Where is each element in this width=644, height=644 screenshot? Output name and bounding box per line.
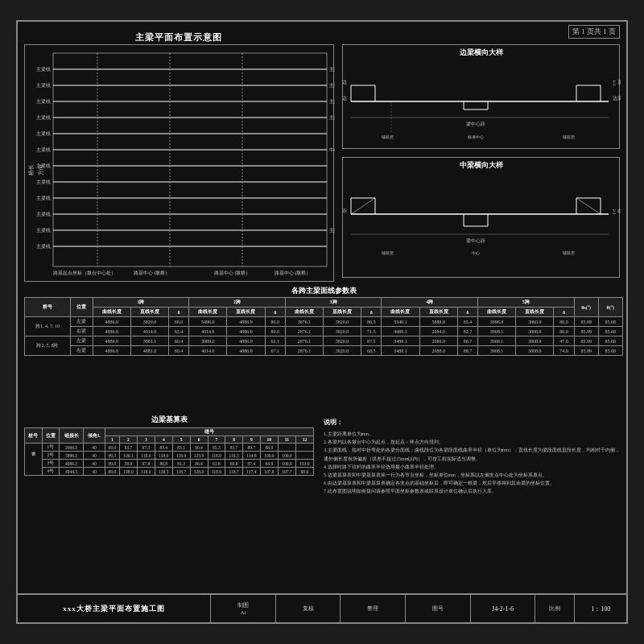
table-row: 跨1, 4, 7, 10 左梁 4886.93820.068.0 5496.04… — [25, 317, 623, 327]
th-bridge-no: 桥号 — [25, 298, 71, 317]
svg-text:主梁线: 主梁线 — [36, 179, 51, 184]
main-title: 主梁平面布置示意图 — [58, 31, 299, 43]
svg-text:主梁线: 主梁线 — [36, 130, 51, 136]
svg-text:路基起点坐标（墩台中心处）: 路基起点坐标（墩台中心处） — [53, 270, 116, 276]
edge-beam-title: 边梁横向大样 — [343, 45, 619, 58]
th-position: 位置 — [70, 298, 93, 317]
notes-title: 说明： — [324, 418, 620, 427]
bottom-drawing-no-value: J4-2-1-6 — [471, 595, 536, 622]
svg-text:主梁线: 主梁线 — [36, 147, 51, 152]
section-title-edge-table: 边梁基算表 — [24, 415, 314, 425]
svg-text:主梁线: 主梁线 — [36, 114, 51, 120]
svg-text:梁中心距: 梁中心距 — [466, 121, 485, 126]
bottom-scale-value: 1：100 — [575, 595, 626, 622]
th-span1: 1跨 — [93, 298, 189, 308]
svg-text:顶板边: 顶板边 — [343, 80, 347, 85]
svg-text:铺装层: 铺装层 — [381, 134, 394, 139]
svg-text:主梁线: 主梁线 — [36, 66, 51, 72]
table-row: 右梁 4886.94014.062.4 4014.04886.980.0 287… — [25, 327, 623, 336]
svg-text:∑ 右外边: ∑ 右外边 — [613, 208, 621, 214]
svg-line-56 — [351, 198, 375, 214]
svg-text:主梁线: 主梁线 — [36, 163, 51, 168]
edge-table: 桩号 位置 链接长 倾角L 缝号 123 456 789 101112 — [24, 427, 314, 476]
svg-text:路基中心 (墩桥): 路基中心 (墩桥) — [214, 270, 248, 276]
bottom-bar: xxx大桥主梁平面布置施工图 制图 Ai 复核 整理 图号 J4-2-1-6 比… — [18, 593, 626, 622]
svg-text:桥长: 桥长 — [28, 164, 35, 176]
edge-beam-svg: 梁中心距 边梁边 边梁边 顶板边 ∑ 顶板边 铺装层 标准中心 铺装层 — [343, 61, 621, 146]
th-span5: 5跨 — [477, 298, 574, 308]
svg-text:主梁线: 主梁线 — [36, 195, 51, 200]
table-row: 3号 4086.3 40 99.059.097.8 86.881.386.4 6… — [25, 460, 314, 468]
svg-text:标准中心: 标准中心 — [467, 134, 484, 139]
bottom-scale-label: 比例 — [535, 595, 575, 622]
svg-text:边距: 边距 — [343, 208, 347, 213]
svg-text:铺装层: 铺装层 — [381, 250, 394, 255]
svg-text:主梁线: 主梁线 — [329, 82, 335, 88]
notes-section: 说明： 1.主梁距离单位为mm。 2.各梁均以各墩台中心为起点，按起点→终点方向… — [320, 415, 623, 499]
th-span4: 4跨 — [382, 298, 478, 308]
table-row: 右梁 4886.94881.060.4 4014.04886.967.1 287… — [25, 346, 623, 356]
svg-text:梁中心距: 梁中心距 — [466, 237, 485, 243]
svg-text:主梁线: 主梁线 — [36, 243, 51, 249]
table-row: 纵梁 1号 2066.5 40 69.083.797.3 83.485.190.… — [25, 444, 314, 452]
drawn-by-value: Ai — [240, 609, 246, 616]
table-row: 2号 3996.3 40 99.3106.1118.6 118.6118.012… — [25, 452, 314, 460]
table-row: 4号 4944.3 40 89.0198.0118.6 138.5118.712… — [25, 468, 314, 476]
mid-beam-svg: 梁中心距 边距 ∑ 右外边 铺装层 中心 铺装层 — [343, 174, 621, 275]
th-angle1: θs(°) — [574, 298, 598, 317]
th-span2: 2跨 — [189, 298, 286, 308]
bottom-checked: 复核 — [276, 595, 341, 622]
mid-beam-title: 中梁横向大样 — [343, 158, 619, 171]
svg-text:主梁线: 主梁线 — [329, 227, 335, 233]
bottom-drawn: 制图 Ai — [211, 595, 276, 622]
page: 第 1 页共 1 页 主梁平面布置示意图 桥长 方向 主梁线 主梁线 主梁线 主… — [0, 0, 644, 644]
notes-content: 1.主梁距离单位为mm。 2.各梁均以各墩台中心为起点，按起点→终点方向排列。 … — [324, 430, 620, 496]
svg-text:铺装层: 铺装层 — [562, 134, 575, 139]
bottom-approved: 整理 — [341, 595, 406, 622]
svg-text:主梁线: 主梁线 — [36, 98, 51, 104]
svg-text:主梁线: 主梁线 — [36, 211, 51, 217]
th-span3: 3跨 — [285, 298, 382, 308]
svg-text:路基中心 (墩桥): 路基中心 (墩桥) — [275, 270, 308, 276]
page-number: 第 1 页共 1 页 — [568, 25, 620, 39]
drawing-area: 第 1 页共 1 页 主梁平面布置示意图 桥长 方向 主梁线 主梁线 主梁线 主… — [16, 20, 628, 624]
table-row: 跨2, 5, 8跨 左梁 4886.93881.160.4 3889.04886… — [25, 336, 623, 346]
svg-text:主梁线: 主梁线 — [36, 227, 51, 233]
svg-text:∑ 顶板边: ∑ 顶板边 — [613, 80, 621, 85]
svg-text:主梁线: 主梁线 — [329, 98, 335, 104]
svg-text:铺装层: 铺装层 — [562, 250, 575, 255]
svg-text:主梁线: 主梁线 — [329, 114, 335, 120]
param-table: 桥号 位置 1跨 2跨 3跨 4跨 5跨 θs(°) θ(°) 曲线长度直线长度… — [24, 297, 623, 356]
svg-text:主梁线: 主梁线 — [329, 66, 335, 72]
svg-text:边梁边: 边梁边 — [343, 95, 347, 101]
th-angle2: θ(°) — [598, 298, 622, 317]
svg-text:主梁线: 主梁线 — [36, 82, 51, 88]
svg-text:路基中心 (墩桥): 路基中心 (墩桥) — [134, 270, 167, 276]
bottom-project-title: xxx大桥主梁平面布置施工图 — [18, 595, 211, 622]
svg-text:中心图: 中心图 — [329, 147, 335, 152]
svg-text:中心: 中心 — [472, 250, 480, 255]
beam-layout-svg: 桥长 方向 主梁线 主梁线 主梁线 主梁线 主梁线 主梁线 主梁线 主梁线 主梁… — [25, 45, 335, 283]
section-title-beam-table: 各跨主梁面线参数表 — [24, 286, 623, 296]
bottom-drawing-no-label: 图号 — [406, 595, 471, 622]
svg-line-57 — [576, 198, 601, 214]
svg-text:边梁边: 边梁边 — [613, 95, 621, 101]
